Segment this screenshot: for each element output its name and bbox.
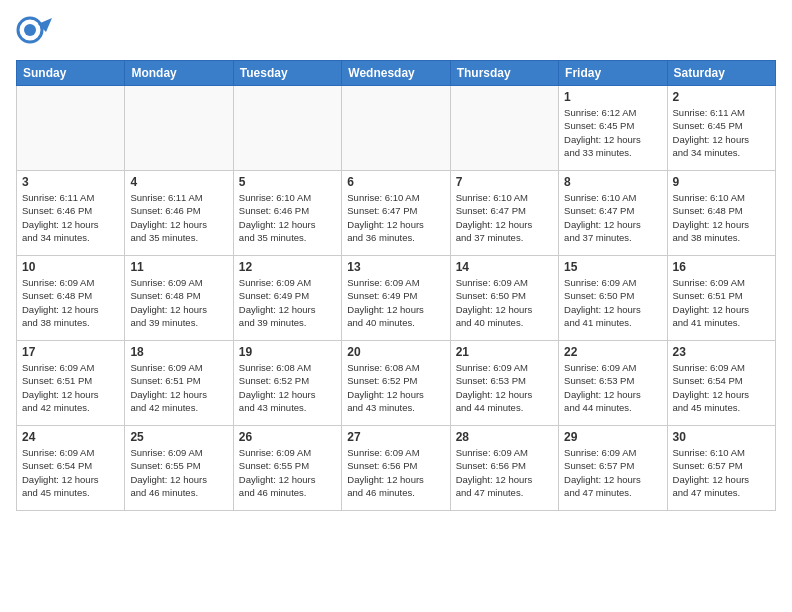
weekday-header: Thursday <box>450 61 558 86</box>
day-info: Sunrise: 6:08 AM Sunset: 6:52 PM Dayligh… <box>239 361 336 414</box>
weekday-header: Monday <box>125 61 233 86</box>
calendar-week-row: 10Sunrise: 6:09 AM Sunset: 6:48 PM Dayli… <box>17 256 776 341</box>
calendar-cell: 2Sunrise: 6:11 AM Sunset: 6:45 PM Daylig… <box>667 86 775 171</box>
svg-point-1 <box>24 24 36 36</box>
day-number: 18 <box>130 345 227 359</box>
calendar-cell: 4Sunrise: 6:11 AM Sunset: 6:46 PM Daylig… <box>125 171 233 256</box>
day-number: 14 <box>456 260 553 274</box>
calendar-cell: 27Sunrise: 6:09 AM Sunset: 6:56 PM Dayli… <box>342 426 450 511</box>
calendar-cell: 20Sunrise: 6:08 AM Sunset: 6:52 PM Dayli… <box>342 341 450 426</box>
calendar-cell: 23Sunrise: 6:09 AM Sunset: 6:54 PM Dayli… <box>667 341 775 426</box>
day-number: 4 <box>130 175 227 189</box>
day-number: 5 <box>239 175 336 189</box>
day-number: 7 <box>456 175 553 189</box>
day-info: Sunrise: 6:09 AM Sunset: 6:50 PM Dayligh… <box>456 276 553 329</box>
day-number: 2 <box>673 90 770 104</box>
day-number: 13 <box>347 260 444 274</box>
calendar-cell: 26Sunrise: 6:09 AM Sunset: 6:55 PM Dayli… <box>233 426 341 511</box>
day-number: 24 <box>22 430 119 444</box>
day-info: Sunrise: 6:09 AM Sunset: 6:53 PM Dayligh… <box>564 361 661 414</box>
weekday-header: Friday <box>559 61 667 86</box>
calendar-cell: 9Sunrise: 6:10 AM Sunset: 6:48 PM Daylig… <box>667 171 775 256</box>
day-number: 17 <box>22 345 119 359</box>
calendar-cell: 13Sunrise: 6:09 AM Sunset: 6:49 PM Dayli… <box>342 256 450 341</box>
page-header <box>16 16 776 52</box>
calendar-cell: 15Sunrise: 6:09 AM Sunset: 6:50 PM Dayli… <box>559 256 667 341</box>
day-number: 25 <box>130 430 227 444</box>
day-number: 23 <box>673 345 770 359</box>
day-info: Sunrise: 6:09 AM Sunset: 6:48 PM Dayligh… <box>130 276 227 329</box>
day-number: 16 <box>673 260 770 274</box>
day-info: Sunrise: 6:11 AM Sunset: 6:46 PM Dayligh… <box>22 191 119 244</box>
svg-marker-2 <box>38 18 52 32</box>
day-info: Sunrise: 6:09 AM Sunset: 6:54 PM Dayligh… <box>673 361 770 414</box>
logo <box>16 16 56 52</box>
day-number: 6 <box>347 175 444 189</box>
calendar-cell: 6Sunrise: 6:10 AM Sunset: 6:47 PM Daylig… <box>342 171 450 256</box>
calendar-cell: 8Sunrise: 6:10 AM Sunset: 6:47 PM Daylig… <box>559 171 667 256</box>
calendar-cell: 25Sunrise: 6:09 AM Sunset: 6:55 PM Dayli… <box>125 426 233 511</box>
weekday-header: Tuesday <box>233 61 341 86</box>
calendar-cell: 1Sunrise: 6:12 AM Sunset: 6:45 PM Daylig… <box>559 86 667 171</box>
day-info: Sunrise: 6:10 AM Sunset: 6:47 PM Dayligh… <box>456 191 553 244</box>
calendar-cell: 28Sunrise: 6:09 AM Sunset: 6:56 PM Dayli… <box>450 426 558 511</box>
day-info: Sunrise: 6:09 AM Sunset: 6:49 PM Dayligh… <box>347 276 444 329</box>
day-number: 28 <box>456 430 553 444</box>
day-info: Sunrise: 6:11 AM Sunset: 6:46 PM Dayligh… <box>130 191 227 244</box>
day-number: 26 <box>239 430 336 444</box>
day-info: Sunrise: 6:09 AM Sunset: 6:56 PM Dayligh… <box>347 446 444 499</box>
calendar-cell: 16Sunrise: 6:09 AM Sunset: 6:51 PM Dayli… <box>667 256 775 341</box>
day-info: Sunrise: 6:09 AM Sunset: 6:53 PM Dayligh… <box>456 361 553 414</box>
logo-icon <box>16 16 52 52</box>
day-number: 10 <box>22 260 119 274</box>
calendar-week-row: 3Sunrise: 6:11 AM Sunset: 6:46 PM Daylig… <box>17 171 776 256</box>
calendar-cell: 11Sunrise: 6:09 AM Sunset: 6:48 PM Dayli… <box>125 256 233 341</box>
calendar-cell: 24Sunrise: 6:09 AM Sunset: 6:54 PM Dayli… <box>17 426 125 511</box>
calendar-cell: 12Sunrise: 6:09 AM Sunset: 6:49 PM Dayli… <box>233 256 341 341</box>
day-number: 22 <box>564 345 661 359</box>
weekday-header: Saturday <box>667 61 775 86</box>
day-info: Sunrise: 6:09 AM Sunset: 6:49 PM Dayligh… <box>239 276 336 329</box>
day-info: Sunrise: 6:10 AM Sunset: 6:46 PM Dayligh… <box>239 191 336 244</box>
calendar-cell <box>125 86 233 171</box>
calendar-cell <box>233 86 341 171</box>
day-number: 9 <box>673 175 770 189</box>
day-info: Sunrise: 6:09 AM Sunset: 6:57 PM Dayligh… <box>564 446 661 499</box>
day-info: Sunrise: 6:09 AM Sunset: 6:50 PM Dayligh… <box>564 276 661 329</box>
calendar-header-row: SundayMondayTuesdayWednesdayThursdayFrid… <box>17 61 776 86</box>
day-info: Sunrise: 6:09 AM Sunset: 6:54 PM Dayligh… <box>22 446 119 499</box>
calendar-cell: 7Sunrise: 6:10 AM Sunset: 6:47 PM Daylig… <box>450 171 558 256</box>
calendar-cell: 30Sunrise: 6:10 AM Sunset: 6:57 PM Dayli… <box>667 426 775 511</box>
calendar-body: 1Sunrise: 6:12 AM Sunset: 6:45 PM Daylig… <box>17 86 776 511</box>
weekday-header: Wednesday <box>342 61 450 86</box>
day-info: Sunrise: 6:09 AM Sunset: 6:51 PM Dayligh… <box>130 361 227 414</box>
day-info: Sunrise: 6:12 AM Sunset: 6:45 PM Dayligh… <box>564 106 661 159</box>
day-info: Sunrise: 6:09 AM Sunset: 6:56 PM Dayligh… <box>456 446 553 499</box>
calendar-cell: 5Sunrise: 6:10 AM Sunset: 6:46 PM Daylig… <box>233 171 341 256</box>
calendar-week-row: 1Sunrise: 6:12 AM Sunset: 6:45 PM Daylig… <box>17 86 776 171</box>
day-info: Sunrise: 6:08 AM Sunset: 6:52 PM Dayligh… <box>347 361 444 414</box>
day-number: 15 <box>564 260 661 274</box>
calendar-cell: 3Sunrise: 6:11 AM Sunset: 6:46 PM Daylig… <box>17 171 125 256</box>
weekday-header: Sunday <box>17 61 125 86</box>
day-info: Sunrise: 6:09 AM Sunset: 6:51 PM Dayligh… <box>673 276 770 329</box>
day-info: Sunrise: 6:10 AM Sunset: 6:47 PM Dayligh… <box>564 191 661 244</box>
day-number: 19 <box>239 345 336 359</box>
day-number: 11 <box>130 260 227 274</box>
day-info: Sunrise: 6:09 AM Sunset: 6:51 PM Dayligh… <box>22 361 119 414</box>
calendar-week-row: 24Sunrise: 6:09 AM Sunset: 6:54 PM Dayli… <box>17 426 776 511</box>
day-info: Sunrise: 6:10 AM Sunset: 6:47 PM Dayligh… <box>347 191 444 244</box>
calendar-cell: 19Sunrise: 6:08 AM Sunset: 6:52 PM Dayli… <box>233 341 341 426</box>
calendar-cell <box>450 86 558 171</box>
calendar-cell: 10Sunrise: 6:09 AM Sunset: 6:48 PM Dayli… <box>17 256 125 341</box>
calendar-cell: 22Sunrise: 6:09 AM Sunset: 6:53 PM Dayli… <box>559 341 667 426</box>
day-number: 3 <box>22 175 119 189</box>
day-number: 21 <box>456 345 553 359</box>
day-number: 20 <box>347 345 444 359</box>
day-info: Sunrise: 6:09 AM Sunset: 6:55 PM Dayligh… <box>239 446 336 499</box>
day-number: 1 <box>564 90 661 104</box>
calendar-week-row: 17Sunrise: 6:09 AM Sunset: 6:51 PM Dayli… <box>17 341 776 426</box>
day-number: 29 <box>564 430 661 444</box>
calendar-table: SundayMondayTuesdayWednesdayThursdayFrid… <box>16 60 776 511</box>
calendar-cell: 18Sunrise: 6:09 AM Sunset: 6:51 PM Dayli… <box>125 341 233 426</box>
